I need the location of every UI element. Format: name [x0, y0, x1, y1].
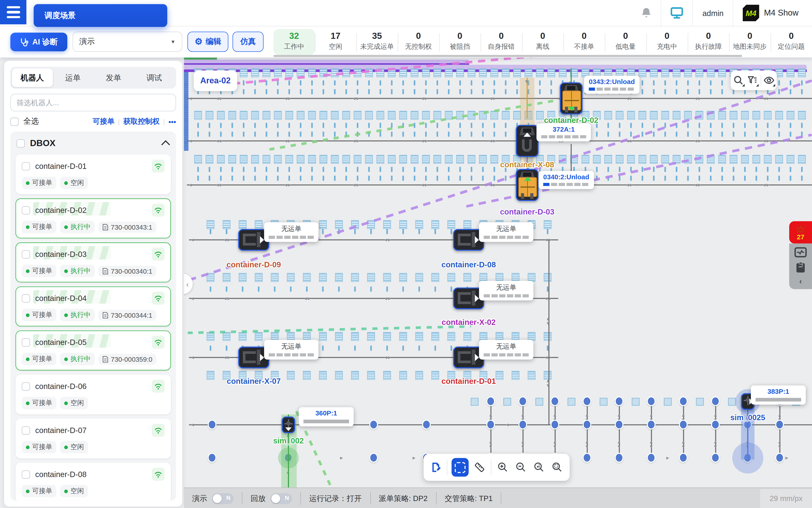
path-dash — [425, 89, 427, 94]
robot-card[interactable]: container-D-07可接单空闲 — [15, 419, 171, 459]
stat-value: 0 — [729, 31, 771, 42]
path-dash — [619, 132, 620, 137]
dispatch-policy-status[interactable]: 派单策略: DP2 — [370, 494, 436, 504]
rack-icon — [331, 111, 339, 120]
filter-icon[interactable] — [746, 74, 759, 86]
run-record-status[interactable]: 运行记录：打开 — [301, 494, 370, 504]
stat-执行故障[interactable]: 0执行故障 — [688, 29, 729, 55]
map-edit-icon[interactable] — [429, 460, 443, 475]
path-dash — [254, 89, 256, 94]
map-robot-container-X-08[interactable] — [516, 125, 538, 157]
replay-toggle[interactable]: N — [270, 493, 292, 504]
tab-发单[interactable]: 发单 — [93, 69, 134, 87]
action-link-2[interactable]: ••• — [168, 117, 176, 126]
edit-button[interactable]: ⚙编辑 — [187, 32, 228, 52]
traffic-policy-status[interactable]: 交管策略: TP1 — [437, 494, 501, 504]
path-dash — [266, 89, 267, 94]
robot-window — [567, 86, 576, 90]
stat-被阻挡[interactable]: 0被阻挡 — [439, 29, 481, 55]
zoom-fit-image-icon[interactable] — [532, 460, 546, 475]
robot-checkbox[interactable] — [22, 250, 30, 258]
robot-checkbox[interactable] — [22, 206, 30, 214]
scene-map[interactable]: Area-02 27 ‹ — [184, 57, 812, 488]
path-dash — [379, 80, 381, 86]
path-dash — [801, 176, 803, 181]
action-link-1[interactable]: 获取控制权 — [123, 117, 160, 126]
scene-tab[interactable]: 调度场景 — [34, 4, 167, 27]
demo-toggle[interactable]: N — [212, 493, 233, 504]
robot-card[interactable]: container-D-03可接单执行中730-000340:1 — [15, 243, 171, 283]
stat-未完成运单[interactable]: 35未完成运单 — [356, 29, 398, 55]
clipboard-icon[interactable] — [796, 261, 806, 273]
group-checkbox[interactable] — [16, 139, 25, 147]
stat-定位问题[interactable]: 0定位问题 — [770, 29, 812, 55]
zoom-fit-selection-icon[interactable] — [550, 460, 565, 475]
stats-horizontal-scrollbar[interactable] — [274, 55, 742, 57]
robot-card[interactable]: container-D-06可接单空闲 — [15, 375, 171, 415]
scene-select-dropdown[interactable]: 演示 ▼ — [73, 32, 182, 52]
stat-工作中[interactable]: 32工作中 — [274, 29, 315, 55]
robot-card[interactable]: container-D-02可接单执行中730-000343:1 — [15, 199, 171, 239]
path-dash — [721, 132, 723, 137]
progress-segment — [499, 353, 505, 356]
robot-card[interactable]: container-D-01可接单空闲 — [15, 155, 171, 195]
zoom-in-icon[interactable] — [496, 460, 510, 475]
hamburger-menu-button[interactable] — [0, 0, 27, 25]
simulation-button[interactable]: 仿真 — [232, 32, 264, 52]
zoom-out-icon[interactable] — [514, 460, 528, 475]
stat-离线[interactable]: 0离线 — [522, 29, 563, 55]
robot-card[interactable]: container-D-08可接单空闲 — [15, 463, 171, 501]
map-robot-container-D-02[interactable] — [560, 82, 583, 115]
stat-地图未同步[interactable]: 0地图未同步 — [729, 29, 771, 55]
rack-icon — [741, 111, 749, 120]
ai-diagnose-button[interactable]: AI 诊断 — [10, 33, 67, 51]
robot-checkbox[interactable] — [22, 338, 30, 346]
robot-card[interactable]: container-D-04可接单执行中730-000344:1 — [15, 287, 171, 327]
map-robot-container-D-03[interactable] — [516, 169, 538, 201]
tab-调试[interactable]: 调试 — [134, 69, 174, 87]
robot-checkbox[interactable] — [22, 382, 30, 390]
dashed-blue-segment — [184, 126, 189, 128]
robot-checkbox[interactable] — [22, 426, 30, 434]
stat-无控制权[interactable]: 0无控制权 — [398, 29, 439, 55]
chevron-up-icon[interactable] — [162, 140, 170, 149]
robot-group-header[interactable]: DBOX — [15, 137, 171, 151]
direction-arrow-icon: ◄► — [544, 355, 552, 360]
notifications-button[interactable] — [632, 0, 661, 26]
robot-filter-input[interactable] — [10, 94, 176, 111]
stat-不接单[interactable]: 0不接单 — [563, 29, 605, 55]
path-dash — [288, 123, 290, 128]
stat-空闲[interactable]: 17空闲 — [315, 29, 356, 55]
search-icon[interactable] — [732, 74, 745, 86]
user-menu[interactable]: admin — [692, 0, 733, 26]
monitor-button[interactable] — [661, 0, 692, 26]
tab-机器人[interactable]: 机器人 — [12, 69, 53, 87]
alarm-panel-button[interactable]: 27 — [789, 221, 812, 244]
stat-自身报错[interactable]: 0自身报错 — [481, 29, 522, 55]
path-node — [208, 453, 216, 463]
visibility-icon[interactable] — [763, 74, 775, 86]
ruler-icon[interactable] — [473, 460, 487, 475]
stat-充电中[interactable]: 0充电中 — [646, 29, 688, 55]
monitor-icon — [671, 7, 683, 18]
select-all-checkbox[interactable] — [10, 117, 19, 126]
brand-name: M4 Show — [764, 8, 799, 17]
panel-collapse-button[interactable]: ‹ — [184, 273, 193, 294]
robot-checkbox[interactable] — [22, 294, 30, 302]
direction-arrow-icon: ◄► — [625, 183, 633, 187]
robot-checkbox[interactable] — [22, 470, 30, 478]
robot-checkbox[interactable] — [22, 162, 30, 170]
direction-arrow-icon: ► — [412, 456, 416, 460]
stat-低电量[interactable]: 0低电量 — [605, 29, 646, 55]
robot-card[interactable]: container-D-05可接单执行中730-000359:0 — [15, 331, 171, 371]
path-dash — [266, 123, 267, 128]
action-link-0[interactable]: 可接单 — [93, 117, 115, 126]
box-select-icon[interactable] — [452, 458, 468, 477]
map-robot-sim_002[interactable] — [282, 417, 295, 433]
collapse-icon[interactable]: ‹ — [799, 277, 802, 285]
path-dash — [619, 167, 620, 172]
path-dash — [459, 167, 461, 172]
monitor-pulse-icon[interactable] — [795, 247, 807, 258]
tab-运单[interactable]: 运单 — [53, 69, 93, 87]
robot-name: container-D-03 — [35, 250, 87, 258]
